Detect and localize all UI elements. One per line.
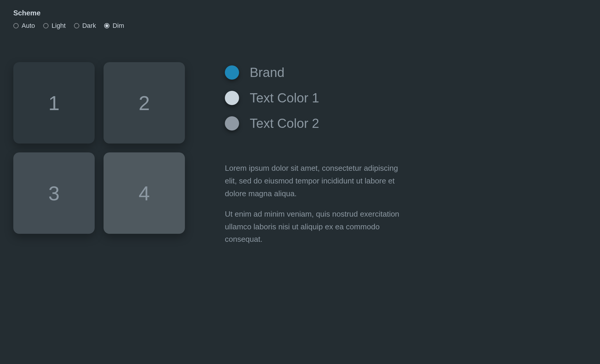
elevation-tile-2: 2	[104, 62, 185, 144]
scheme-section: Scheme Auto Light Dark Dim	[13, 9, 587, 30]
paragraph-section: Lorem ipsum dolor sit amet, consectetur …	[225, 162, 402, 246]
elevation-tile-grid: 1 2 3 4	[13, 62, 185, 253]
scheme-option-dark[interactable]: Dark	[74, 22, 96, 30]
radio-label: Auto	[22, 22, 35, 30]
radio-label: Dim	[112, 22, 124, 30]
swatch-item-brand: Brand	[225, 65, 402, 80]
sample-paragraph-2: Ut enim ad minim veniam, quis nostrud ex…	[225, 208, 402, 246]
elevation-tile-3: 3	[13, 152, 95, 234]
scheme-radio-group: Auto Light Dark Dim	[13, 22, 587, 30]
tile-label: 2	[139, 91, 150, 115]
scheme-option-light[interactable]: Light	[43, 22, 66, 30]
radio-icon	[13, 23, 19, 28]
scheme-heading: Scheme	[13, 9, 587, 17]
elevation-tile-4: 4	[104, 152, 185, 234]
tile-label: 3	[49, 182, 60, 205]
radio-icon-selected	[104, 23, 109, 28]
elevation-tile-1: 1	[13, 62, 95, 144]
swatch-label: Brand	[250, 65, 284, 80]
swatch-circle	[225, 116, 239, 131]
tile-label: 1	[49, 91, 60, 115]
radio-label: Dark	[82, 22, 96, 30]
swatch-label: Text Color 2	[250, 116, 319, 131]
content-area: 1 2 3 4 Brand Text Color 1 Text Color 2	[13, 62, 587, 253]
scheme-option-auto[interactable]: Auto	[13, 22, 35, 30]
tile-label: 4	[139, 182, 150, 205]
radio-label: Light	[51, 22, 66, 30]
color-swatch-list: Brand Text Color 1 Text Color 2	[225, 65, 402, 131]
swatch-circle	[225, 65, 239, 80]
swatch-label: Text Color 1	[250, 91, 319, 105]
scheme-option-dim[interactable]: Dim	[104, 22, 124, 30]
swatch-circle	[225, 91, 239, 105]
radio-icon	[43, 23, 49, 28]
radio-icon	[74, 23, 79, 28]
swatch-item-text-2: Text Color 2	[225, 116, 402, 131]
swatch-item-text-1: Text Color 1	[225, 91, 402, 105]
right-panel: Brand Text Color 1 Text Color 2 Lorem ip…	[225, 62, 402, 253]
sample-paragraph-1: Lorem ipsum dolor sit amet, consectetur …	[225, 162, 402, 200]
